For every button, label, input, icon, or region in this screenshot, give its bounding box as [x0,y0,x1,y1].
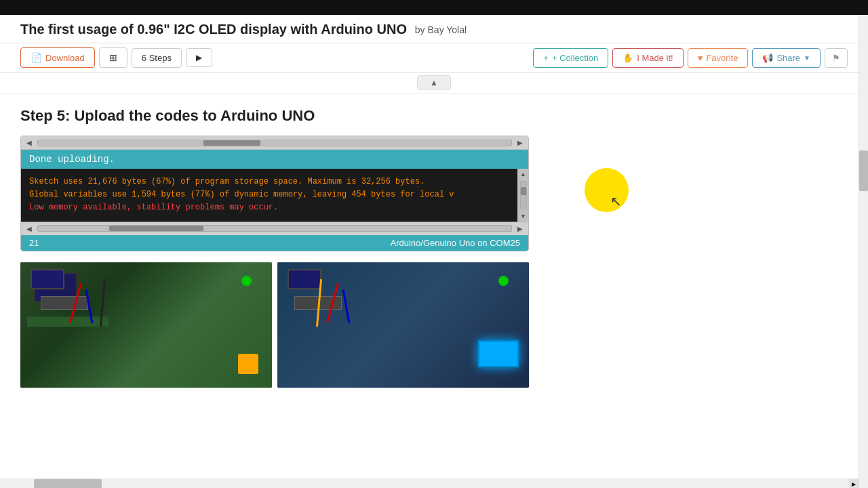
photo-2 [277,262,529,388]
up-arrow-icon: ▲ [430,78,438,87]
code-output: Sketch uses 21,676 bytes (67%) of progra… [21,169,517,222]
flag-button[interactable]: ⚑ [825,48,848,68]
scroll-track-h-bottom[interactable] [37,225,512,232]
steps-play-button[interactable]: ▶ [186,48,212,67]
title-bar: The first usage of 0.96" I2C OLED displa… [0,15,868,43]
steps-button[interactable]: 6 Steps [132,48,182,68]
collapse-row: ▲ [0,73,868,94]
scroll-right-arrow-top[interactable]: ▶ [515,139,526,146]
collection-icon: + [543,53,549,63]
download-button[interactable]: 📄 Download [20,47,95,68]
photo-1 [20,262,272,388]
grid-icon: ⊞ [109,52,117,63]
main-content: Step 5: Upload the codes to Arduino UNO … [0,94,868,401]
toolbar-right: + + Collection ✋ I Made it! ♥ Favorite 📢… [533,48,848,68]
scroll-thumb-h-bottom [109,226,204,231]
pdf-icon: 📄 [31,52,42,63]
imadeit-button[interactable]: ✋ I Made it! [612,48,683,68]
favorite-label: Favorite [706,53,738,63]
bottom-scroll-thumb [34,479,102,488]
download-label: Download [45,53,85,63]
step-title: Step 5: Upload the codes to Arduino UNO [20,107,848,125]
steps-grid-button[interactable]: ⊞ [99,47,127,68]
toolbar: 📄 Download ⊞ 6 Steps ▶ + + Collection ✋ … [0,43,868,73]
output-line-3: Low memory available, stability problems… [29,201,509,214]
done-uploading-text: Done uploading. [29,154,115,165]
top-system-bar [0,0,868,15]
ide-container: ◀ ▶ Done uploading. Sketch uses 21,676 b… [20,136,529,251]
scroll-track-h-top[interactable] [37,140,512,146]
ide-scrollbar-right[interactable]: ▲ ▼ [517,169,528,222]
bottom-scrollbar[interactable]: ▶ [0,479,859,488]
scroll-track-v[interactable] [520,181,527,209]
arduino-image-2 [277,262,529,388]
right-scrollbar[interactable] [859,15,868,488]
scroll-thumb-v [521,187,526,195]
collapse-button[interactable]: ▲ [417,75,451,90]
hand-icon: ✋ [623,53,633,63]
photo-grid [20,262,529,388]
play-icon: ▶ [196,53,202,62]
author-prefix: by [412,24,428,35]
scroll-up-arrow[interactable]: ▲ [520,169,526,180]
scroll-right-arrow-bottom[interactable]: ▶ [515,225,526,232]
favorite-button[interactable]: ♥ Favorite [688,48,749,68]
share-chevron: ▼ [804,54,810,62]
ide-status-bar: 21 Arduino/Genuino Uno on COM25 [21,235,528,251]
heart-icon: ♥ [698,53,703,63]
status-line-number: 21 [29,238,39,248]
author-name: Bay Yolal [428,24,467,35]
ide-scrollbar-top[interactable]: ◀ ▶ [21,136,528,150]
scroll-thumb-h-top [203,140,260,146]
code-output-wrapper: Sketch uses 21,676 bytes (67%) of progra… [21,169,528,222]
share-icon: 📢 [762,53,773,63]
output-line-2: Global variables use 1,594 bytes (77%) o… [29,188,509,201]
arduino-image-1 [20,262,272,388]
collection-label: + Collection [552,53,598,63]
share-button[interactable]: 📢 Share ▼ [752,48,821,68]
collection-button[interactable]: + + Collection [533,48,608,68]
steps-label: 6 Steps [142,53,172,63]
output-line-1: Sketch uses 21,676 bytes (67%) of progra… [29,176,509,188]
flag-icon: ⚑ [832,53,840,63]
cursor-arrow-icon: ↖ [610,193,622,209]
done-uploading-banner: Done uploading. [21,150,528,169]
share-label: Share [776,53,800,63]
status-board-port: Arduino/Genuino Uno on COM25 [390,238,520,248]
bottom-scroll-right-arrow[interactable]: ▶ [849,479,859,488]
page-title: The first usage of 0.96" I2C OLED displa… [20,22,407,37]
scroll-down-arrow[interactable]: ▼ [520,211,526,222]
ide-scrollbar-bottom[interactable]: ◀ ▶ [21,222,528,235]
scroll-left-arrow-bottom[interactable]: ◀ [24,225,35,232]
imadeit-label: I Made it! [637,53,673,63]
cursor-highlight [585,168,629,212]
scroll-left-arrow[interactable]: ◀ [24,139,35,146]
right-scroll-thumb [859,150,868,191]
